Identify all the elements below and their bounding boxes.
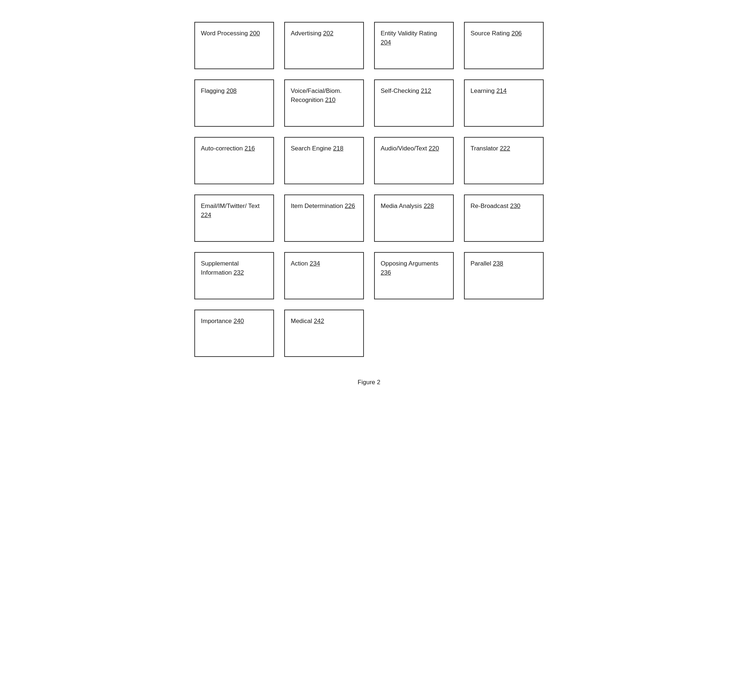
- card-supplemental-information-text: Supplemental Information 232: [201, 259, 267, 277]
- card-self-checking-text: Self-Checking 212: [381, 87, 431, 96]
- card-auto-correction-text: Auto-correction 216: [201, 144, 255, 153]
- card-word-processing[interactable]: Word Processing 200: [194, 22, 274, 69]
- card-importance[interactable]: Importance 240: [194, 310, 274, 357]
- card-entity-validity-rating[interactable]: Entity Validity Rating 204: [374, 22, 454, 69]
- card-re-broadcast[interactable]: Re-Broadcast 230: [464, 194, 544, 242]
- card-re-broadcast-text: Re-Broadcast 230: [471, 202, 520, 211]
- card-opposing-arguments-label: Opposing Arguments 236: [381, 259, 447, 277]
- card-learning-number: 214: [496, 87, 506, 94]
- card-auto-correction[interactable]: Auto-correction 216: [194, 137, 274, 184]
- card-parallel-number: 238: [493, 260, 503, 267]
- card-translator-label: Translator 222: [471, 144, 510, 153]
- card-action[interactable]: Action 234: [284, 252, 364, 299]
- card-email-im-twitter-number: 224: [201, 212, 211, 219]
- card-flagging-label: Flagging 208: [201, 87, 236, 96]
- card-search-engine-label: Search Engine 218: [291, 144, 343, 153]
- card-opposing-arguments-number: 236: [381, 269, 391, 276]
- card-flagging-text: Flagging 208: [201, 87, 236, 96]
- card-translator-text: Translator 222: [471, 144, 510, 153]
- card-item-determination[interactable]: Item Determination 226: [284, 194, 364, 242]
- card-search-engine-text: Search Engine 218: [291, 144, 343, 153]
- card-advertising-text: Advertising 202: [291, 29, 333, 38]
- card-email-im-twitter-text: Email/IM/Twitter/ Text 224: [201, 202, 267, 220]
- card-flagging[interactable]: Flagging 208: [194, 79, 274, 127]
- card-action-label: Action 234: [291, 259, 320, 268]
- card-advertising[interactable]: Advertising 202: [284, 22, 364, 69]
- card-voice-facial-number: 210: [325, 97, 336, 103]
- card-medical-label: Medical 242: [291, 317, 324, 326]
- card-source-rating[interactable]: Source Rating 206: [464, 22, 544, 69]
- card-parallel-label: Parallel 238: [471, 259, 503, 268]
- card-media-analysis[interactable]: Media Analysis 228: [374, 194, 454, 242]
- card-importance-text: Importance 240: [201, 317, 244, 326]
- card-auto-correction-number: 216: [245, 145, 255, 152]
- card-self-checking[interactable]: Self-Checking 212: [374, 79, 454, 127]
- card-advertising-label: Advertising 202: [291, 29, 333, 38]
- card-audio-video-text-label: Audio/Video/Text 220: [381, 144, 439, 153]
- card-action-number: 234: [310, 260, 320, 267]
- card-email-im-twitter-label: Email/IM/Twitter/ Text 224: [201, 202, 267, 220]
- card-item-determination-label: Item Determination 226: [291, 202, 355, 211]
- card-media-analysis-text: Media Analysis 228: [381, 202, 434, 211]
- card-entity-validity-rating-number: 204: [381, 39, 391, 46]
- card-media-analysis-label: Media Analysis 228: [381, 202, 434, 211]
- card-item-determination-text: Item Determination 226: [291, 202, 355, 211]
- card-learning-label: Learning 214: [471, 87, 506, 96]
- card-search-engine-number: 218: [333, 145, 343, 152]
- card-action-text: Action 234: [291, 259, 320, 268]
- card-supplemental-information[interactable]: Supplemental Information 232: [194, 252, 274, 299]
- card-translator[interactable]: Translator 222: [464, 137, 544, 184]
- card-opposing-arguments[interactable]: Opposing Arguments 236: [374, 252, 454, 299]
- card-medical-text: Medical 242: [291, 317, 324, 326]
- card-entity-validity-rating-text: Entity Validity Rating 204: [381, 29, 447, 47]
- card-importance-number: 240: [233, 318, 244, 325]
- card-parallel[interactable]: Parallel 238: [464, 252, 544, 299]
- card-parallel-text: Parallel 238: [471, 259, 503, 268]
- card-search-engine[interactable]: Search Engine 218: [284, 137, 364, 184]
- card-media-analysis-number: 228: [424, 203, 434, 209]
- card-re-broadcast-label: Re-Broadcast 230: [471, 202, 520, 211]
- card-advertising-number: 202: [323, 30, 333, 37]
- card-entity-validity-rating-label: Entity Validity Rating 204: [381, 29, 447, 47]
- card-audio-video-text-number: 220: [429, 145, 439, 152]
- card-learning-text: Learning 214: [471, 87, 506, 96]
- card-grid: Word Processing 200Advertising 202Entity…: [194, 22, 544, 357]
- card-translator-number: 222: [500, 145, 510, 152]
- figure-caption: Figure 2: [358, 379, 380, 386]
- card-word-processing-label: Word Processing 200: [201, 29, 260, 38]
- card-auto-correction-label: Auto-correction 216: [201, 144, 255, 153]
- card-learning[interactable]: Learning 214: [464, 79, 544, 127]
- card-word-processing-text: Word Processing 200: [201, 29, 260, 38]
- card-flagging-number: 208: [226, 87, 236, 94]
- card-source-rating-label: Source Rating 206: [471, 29, 522, 38]
- card-voice-facial[interactable]: Voice/Facial/Biom. Recognition 210: [284, 79, 364, 127]
- card-audio-video-text[interactable]: Audio/Video/Text 220: [374, 137, 454, 184]
- card-importance-label: Importance 240: [201, 317, 244, 326]
- card-self-checking-number: 212: [421, 87, 431, 94]
- card-source-rating-number: 206: [511, 30, 521, 37]
- card-voice-facial-text: Voice/Facial/Biom. Recognition 210: [291, 87, 357, 104]
- card-source-rating-text: Source Rating 206: [471, 29, 522, 38]
- card-voice-facial-label: Voice/Facial/Biom. Recognition 210: [291, 87, 357, 104]
- card-medical[interactable]: Medical 242: [284, 310, 364, 357]
- card-supplemental-information-number: 232: [233, 269, 244, 276]
- card-word-processing-number: 200: [249, 30, 260, 37]
- card-email-im-twitter[interactable]: Email/IM/Twitter/ Text 224: [194, 194, 274, 242]
- card-item-determination-number: 226: [345, 203, 355, 209]
- card-self-checking-label: Self-Checking 212: [381, 87, 431, 96]
- card-audio-video-text-text: Audio/Video/Text 220: [381, 144, 439, 153]
- card-supplemental-information-label: Supplemental Information 232: [201, 259, 267, 277]
- card-medical-number: 242: [314, 318, 324, 325]
- card-opposing-arguments-text: Opposing Arguments 236: [381, 259, 447, 277]
- card-re-broadcast-number: 230: [510, 203, 520, 209]
